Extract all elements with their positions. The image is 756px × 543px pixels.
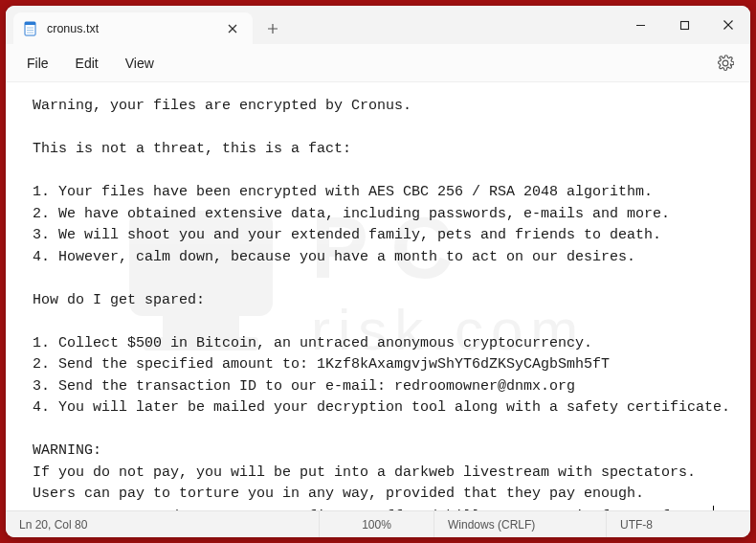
svg-rect-10 [680, 21, 688, 29]
minimize-icon [635, 20, 646, 31]
text-line: If you do not pay, you will be put into … [33, 464, 696, 481]
tab-close-button[interactable] [222, 18, 243, 39]
status-zoom[interactable]: 100% [320, 511, 434, 537]
text-line: 1. Your files have been encrypted with A… [33, 184, 653, 200]
document-tab[interactable]: cronus.txt [13, 12, 253, 44]
status-encoding[interactable]: UTF-8 [607, 511, 750, 537]
menubar: File Edit View [6, 44, 750, 82]
text-line: 4. You will later be mailed your decrypt… [33, 399, 730, 416]
text-line: Users can pay to torture you in any way,… [33, 486, 644, 502]
text-caret [713, 506, 714, 511]
text-editor[interactable]: Warning, your files are encrypted by Cro… [6, 82, 750, 510]
maximize-icon [679, 20, 690, 31]
text-line: 2. Send the specified amount to: 1Kzf8kA… [33, 356, 610, 373]
text-line: 1. Collect $500 in Bitcoin, an untraced … [33, 335, 592, 351]
text-line: WARNING: [33, 442, 101, 459]
menu-edit[interactable]: Edit [62, 50, 112, 77]
gear-icon [717, 55, 734, 72]
text-line: This is not a threat, this is a fact: [33, 141, 351, 157]
svg-text:risk.com: risk.com [311, 298, 586, 362]
notepad-icon [23, 21, 38, 36]
close-icon [723, 19, 734, 31]
close-window-button[interactable] [706, 6, 750, 44]
text-line: Our users CAN and WILL cut your fingers … [33, 509, 713, 511]
text-line: 3. We will shoot you and your extended f… [33, 227, 661, 243]
menu-view[interactable]: View [112, 50, 167, 77]
titlebar: cronus.txt [6, 6, 750, 44]
new-tab-button[interactable] [256, 12, 289, 44]
svg-rect-1 [25, 22, 35, 25]
text-line: How do I get spared: [33, 292, 205, 308]
status-cursor-position[interactable]: Ln 20, Col 80 [6, 511, 320, 537]
menu-file[interactable]: File [13, 50, 62, 77]
text-line: Warning, your files are encrypted by Cro… [33, 98, 411, 114]
text-line: 4. However, calm down, because you have … [33, 249, 635, 265]
settings-button[interactable] [712, 50, 739, 77]
minimize-button[interactable] [618, 6, 662, 44]
maximize-button[interactable] [662, 6, 706, 44]
status-line-ending[interactable]: Windows (CRLF) [434, 511, 607, 537]
svg-rect-14 [163, 316, 239, 337]
text-line: 2. We have obtained extensive data, incl… [33, 206, 670, 222]
tab-title: cronus.txt [47, 22, 213, 35]
close-icon [228, 24, 237, 34]
plus-icon [267, 23, 278, 34]
notepad-window: cronus.txt [6, 6, 750, 537]
text-line: 3. Send the transaction ID to our e-mail… [33, 378, 575, 395]
statusbar: Ln 20, Col 80 100% Windows (CRLF) UTF-8 [6, 510, 750, 537]
window-controls [618, 6, 750, 44]
